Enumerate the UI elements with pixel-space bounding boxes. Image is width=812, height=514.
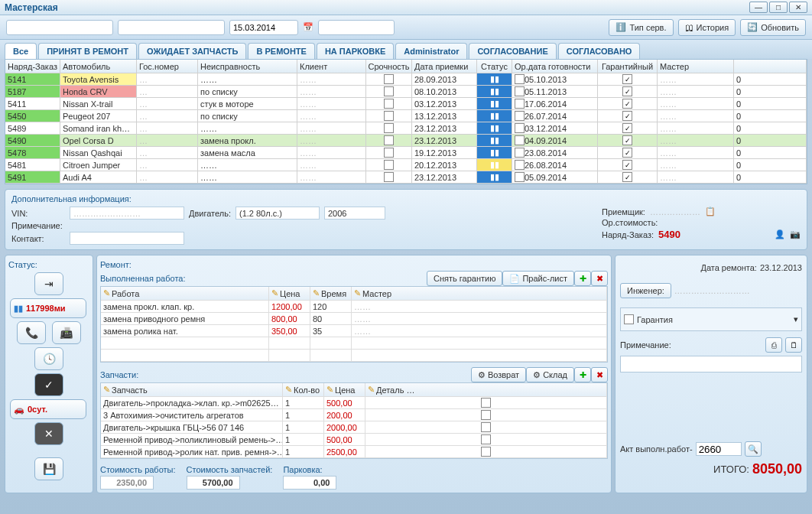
days-button[interactable]: 🚗 0сут. [10,399,86,419]
filter-dropdown-2[interactable] [118,20,225,35]
grid-col-header[interactable]: Автомобиль [60,60,137,73]
filter-dropdown-3[interactable] [318,20,395,35]
notepad-icon[interactable]: 📋 [705,207,716,216]
parts-table: ✎Запчасть✎Кол-во✎Цена✎Деталь … Двигатель… [100,382,608,459]
mileage-button[interactable]: ▮▮ 117998ми [10,298,86,318]
grid-col-header[interactable]: Клиент [297,60,366,73]
part-col-header[interactable]: ✎Кол-во [283,383,324,396]
tab-1[interactable]: ПРИНЯТ В РЕМОНТ [38,43,137,59]
grid-col-header[interactable]: Ор.дата готовности [512,60,598,73]
table-row[interactable]: 5491Audi A4……………23.12.2013▮▮ 05.09.2014…… [5,171,807,184]
car-icon: 🚗 [14,405,24,415]
part-row[interactable]: Ременной привод->поликлиновый ремень->…1… [101,434,607,446]
tab-3[interactable]: В РЕМОНТЕ [248,43,314,59]
status-btn-clock[interactable]: 🕓 [34,347,63,370]
add-work-button[interactable]: ✚ [574,271,591,286]
user-icon[interactable]: 👤 [775,229,785,239]
work-col-header[interactable]: ✎Время [310,287,352,300]
grid-col-header[interactable]: Гос.номер [137,60,198,73]
work-row[interactable]: замена прокл. клап. кр.1200,00120…… [101,301,607,313]
refresh-button[interactable]: 🔄Обновить [740,19,806,36]
grid-col-header[interactable]: Мастер [658,60,734,73]
add-part-button[interactable]: ✚ [574,367,591,382]
table-row[interactable]: 5141Toyota Avensis……………28.09.2013▮▮ 05.1… [5,73,807,86]
save-button[interactable]: 💾 [34,457,63,480]
grid-col-header[interactable]: Срочность [366,60,412,73]
table-row[interactable]: 5411Nissan X-trail…стук в моторе……03.12.… [5,98,807,110]
grid-col-header[interactable]: Гарантийный [598,60,658,73]
delete-part-button[interactable]: ✖ [591,367,608,382]
orders-grid: Наряд-ЗаказАвтомобильГос.номерНеисправно… [5,59,807,184]
grid-header: Наряд-ЗаказАвтомобильГос.номерНеисправно… [5,60,807,73]
info-title: Дополнительная информация: [11,194,801,203]
gear-icon: ⚙ [533,370,541,380]
part-row[interactable]: Двигатель->прокладка->клап. кр.->m02625…… [101,397,607,409]
table-row[interactable]: 5489Somand iran kh………………23.12.2013▮▮ 03.… [5,122,807,135]
part-row[interactable]: Ременной привод->ролик нат. прив. ремня-… [101,446,607,458]
date-input[interactable] [229,20,298,35]
table-row[interactable]: 5478Nissan Qashqai…замена масла……19.12.2… [5,147,807,159]
act-label: Акт выполн.работ- [620,444,693,454]
tab-4[interactable]: НА ПАРКОВКЕ [317,43,394,59]
status-btn-close[interactable]: ✕ [34,422,63,445]
work-row[interactable]: замена ролика нат.350,0035…… [101,325,607,337]
clipboard-button[interactable]: 🗒 [785,337,802,353]
return-button[interactable]: ⚙Возврат [471,367,526,382]
status-btn-logout[interactable]: ⇥ [34,272,63,295]
tab-7[interactable]: СОГЛАСОВАНО [558,43,641,59]
work-row[interactable]: замена приводного ремня800,0080…… [101,313,607,325]
grid-col-header[interactable]: Наряд-Заказ [5,60,60,73]
work-col-header[interactable]: ✎Работа [101,287,269,300]
act-input[interactable] [696,442,742,456]
history-button[interactable]: 🕮История [678,19,736,36]
table-row[interactable]: 5481Citroen Jumper……………20.12.2013▮▮ 26.0… [5,159,807,171]
price-list-button[interactable]: 📄Прайс-лист [502,271,574,286]
minimize-button[interactable]: — [749,2,768,13]
engine-value: (1.2 80л.с.) [235,207,320,220]
work-col-header[interactable]: ✎Мастер [352,287,607,300]
tab-0[interactable]: Все [5,43,37,59]
grid-col-header[interactable]: Дата приемки [412,60,477,73]
orcost-label: Ор.стоимость: [602,218,658,227]
delete-work-button[interactable]: ✖ [591,271,608,286]
grid-col-header[interactable]: Статус [477,60,512,73]
total-value: 8050,00 [752,461,802,477]
gauge-icon: ▮▮ [14,304,23,314]
calendar-icon[interactable]: 📅 [303,22,313,32]
filter-dropdown-1[interactable] [6,20,113,35]
status-btn-check[interactable]: ✓ [34,373,63,396]
part-col-header[interactable]: ✎Запчасть [101,383,283,396]
tab-2[interactable]: ОЖИДАЕТ ЗАПЧАСТЬ [138,43,246,59]
receiver-value: ……………… [650,207,700,216]
work-col-header[interactable]: ✎Цена [269,287,310,300]
tab-5[interactable]: Administrator [395,43,467,59]
work-cost-value: 2350,00 [100,476,154,490]
tab-6[interactable]: СОГЛАСОВАНИЕ [469,43,556,59]
table-row[interactable]: 5490Opel Corsa D…замена прокл.……23.12.20… [5,135,807,147]
warranty-checkbox[interactable] [624,314,634,324]
status-btn-phone[interactable]: 📞 [17,321,46,344]
contact-value [70,232,184,245]
gear-icon: ⚙ [478,370,486,380]
right-note-input[interactable] [620,356,802,372]
table-row[interactable]: 5187Honda CRV…по списку……08.10.2013▮▮ 05… [5,86,807,98]
photo-icon[interactable]: 📷 [790,229,801,239]
dropdown-icon[interactable]: ▾ [794,314,798,324]
maximize-button[interactable]: □ [769,2,788,13]
remove-warranty-button[interactable]: Снять гарантию [427,271,502,286]
part-row[interactable]: 3 Автохимия->очиститель агрегатов1200,00 [101,409,607,421]
type-service-button[interactable]: ℹ️Тип серв. [609,19,673,36]
warehouse-button[interactable]: ⚙Склад [526,367,574,382]
order-number: 5490 [658,229,680,240]
part-col-header[interactable]: ✎Цена [324,383,365,396]
parts-cost-value: 5700,00 [187,476,240,490]
close-button[interactable]: ✕ [789,2,807,13]
grid-col-header[interactable]: Неисправность [198,60,297,73]
table-row[interactable]: 5450Peugeot 207…по списку……13.12.2013▮▮ … [5,110,807,122]
attach-button[interactable]: ⎙ [765,337,782,353]
act-search-button[interactable]: 🔍 [745,441,762,457]
part-row[interactable]: Двигатель->крышка ГБЦ->56 07 14612000,00 [101,421,607,434]
engineer-button[interactable]: Инженер: [620,283,671,298]
status-btn-calc[interactable]: 📠 [52,321,81,344]
part-col-header[interactable]: ✎Деталь … [365,383,607,396]
